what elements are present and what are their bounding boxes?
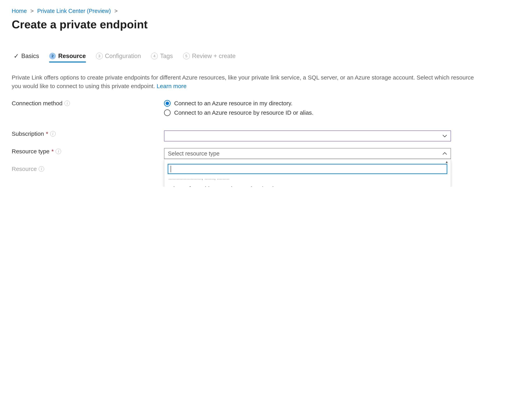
dropdown-truncated-row: ........................, ......., .....… [164,176,451,182]
tab-review-create[interactable]: 5 Review + create [183,53,236,62]
dropdown-search-input[interactable] [171,166,444,172]
breadcrumb: Home > Private Link Center (Preview) > [12,8,520,14]
description-text: Private Link offers options to create pr… [12,74,474,89]
wizard-tabs: ✓ Basics 2 Resource 3 Configuration 4 Ta… [12,52,520,63]
radio-unselected-icon [164,109,171,116]
check-icon: ✓ [14,52,19,60]
section-description: Private Link offers options to create pr… [12,73,480,90]
subscription-label: Subscription * i [12,130,164,137]
chevron-down-icon [442,133,447,139]
required-asterisk: * [46,130,48,137]
step-number-icon: 3 [96,53,103,59]
resource-type-dropdown: ▲ ........................, ......., ...… [164,159,451,187]
breadcrumb-private-link-center[interactable]: Private Link Center (Preview) [37,8,111,14]
tab-label: Review + create [192,53,236,59]
tab-tags[interactable]: 4 Tags [151,53,173,62]
tab-resource[interactable]: 2 Resource [49,53,86,62]
dropdown-scroll-area[interactable]: ........................, ......., .....… [164,159,451,187]
resource-type-select[interactable]: Select resource type [164,148,451,159]
step-number-icon: 2 [49,53,56,59]
info-icon[interactable]: i [64,101,70,106]
page-title: Create a private endpoint [12,18,520,31]
tab-label: Tags [160,53,173,59]
step-number-icon: 5 [183,53,190,59]
dropdown-search-box[interactable] [168,164,447,174]
breadcrumb-home[interactable]: Home [12,8,27,14]
subscription-select[interactable] [164,130,451,141]
radio-label: Connect to an Azure resource in my direc… [174,100,293,107]
resource-type-label: Resource type * i [12,148,164,155]
radio-selected-icon [164,100,171,107]
connection-method-option-directory[interactable]: Connect to an Azure resource in my direc… [164,100,451,107]
required-asterisk: * [51,148,54,155]
radio-label: Connect to an Azure resource by resource… [174,109,314,116]
chevron-right-icon: > [30,8,34,14]
step-number-icon: 4 [151,53,158,59]
chevron-right-icon: > [114,8,118,14]
tab-configuration[interactable]: 3 Configuration [96,53,141,62]
info-icon[interactable]: i [56,149,61,154]
connection-method-label: Connection method i [12,100,164,107]
chevron-up-icon [442,151,447,156]
tab-label: Basics [21,53,39,59]
select-placeholder: Select resource type [168,151,219,157]
learn-more-link[interactable]: Learn more [157,83,186,89]
dropdown-option[interactable]: Microsoft.MachineLearningServices/worksp… [164,182,451,187]
tab-label: Resource [58,53,86,59]
tab-basics[interactable]: ✓ Basics [14,52,39,63]
scroll-up-arrow-icon[interactable]: ▲ [444,160,450,164]
info-icon[interactable]: i [39,166,44,172]
info-icon[interactable]: i [50,131,56,137]
tab-label: Configuration [105,53,141,59]
connection-method-option-resource-id[interactable]: Connect to an Azure resource by resource… [164,109,451,116]
resource-label: Resource i [12,166,164,172]
